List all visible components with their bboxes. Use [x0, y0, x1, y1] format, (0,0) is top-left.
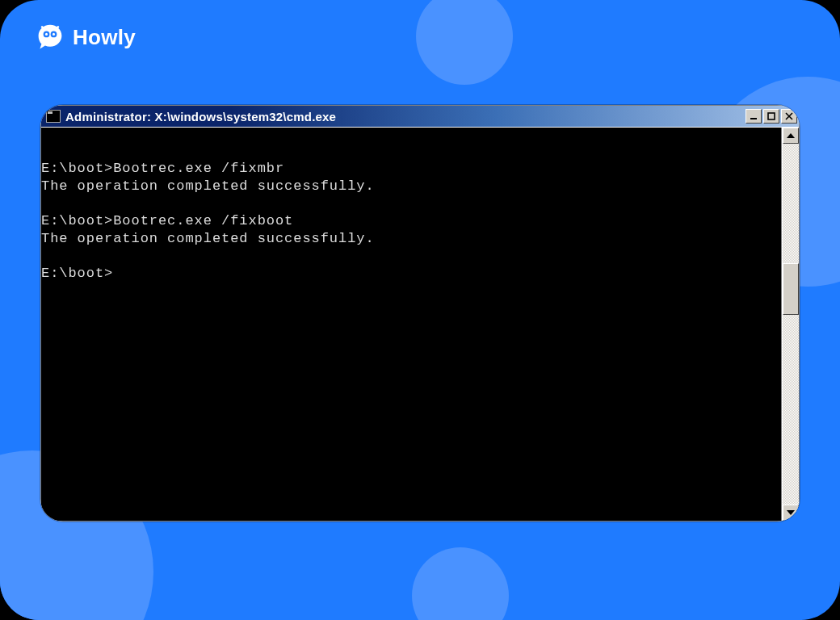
- console-line: [41, 142, 775, 160]
- cmd-window: Administrator: X:\windows\system32\cmd.e…: [40, 105, 800, 522]
- console-line: [41, 195, 775, 212]
- svg-point-2: [45, 33, 48, 36]
- howly-card: Howly Administrator: X:\windows\system32…: [0, 0, 840, 620]
- console-line: The operation completed successfully.: [41, 178, 775, 195]
- scroll-track[interactable]: [783, 144, 799, 505]
- console-line: E:\boot>Bootrec.exe /fixmbr: [41, 160, 775, 178]
- window-title: Administrator: X:\windows\system32\cmd.e…: [65, 110, 746, 124]
- cmd-icon: [46, 110, 61, 123]
- scroll-down-button[interactable]: [783, 505, 799, 521]
- chevron-down-icon: [787, 510, 795, 515]
- chevron-up-icon: [787, 133, 795, 138]
- screenshot-frame: Administrator: X:\windows\system32\cmd.e…: [40, 105, 800, 522]
- howly-logo-text: Howly: [73, 25, 136, 50]
- window-titlebar[interactable]: Administrator: X:\windows\system32\cmd.e…: [41, 106, 799, 127]
- console-line: E:\boot>Bootrec.exe /fixboot: [41, 212, 775, 230]
- console-line: [41, 248, 775, 266]
- scroll-thumb[interactable]: [783, 263, 799, 315]
- svg-rect-5: [768, 113, 775, 119]
- minimize-button[interactable]: [746, 109, 762, 124]
- scroll-up-button[interactable]: [783, 128, 799, 144]
- console-output[interactable]: E:\boot>Bootrec.exe /fixmbrThe operation…: [41, 128, 782, 521]
- window-client-area: E:\boot>Bootrec.exe /fixmbrThe operation…: [41, 127, 799, 521]
- decorative-bubble: [412, 547, 509, 620]
- maximize-button[interactable]: [763, 109, 779, 124]
- decorative-bubble: [416, 0, 513, 85]
- vertical-scrollbar[interactable]: [782, 128, 799, 521]
- howly-logo: Howly: [36, 23, 136, 52]
- svg-rect-4: [750, 118, 757, 119]
- svg-point-3: [52, 33, 55, 36]
- console-line: E:\boot>: [41, 265, 775, 283]
- console-line: The operation completed successfully.: [41, 230, 775, 248]
- howly-owl-icon: [36, 23, 65, 52]
